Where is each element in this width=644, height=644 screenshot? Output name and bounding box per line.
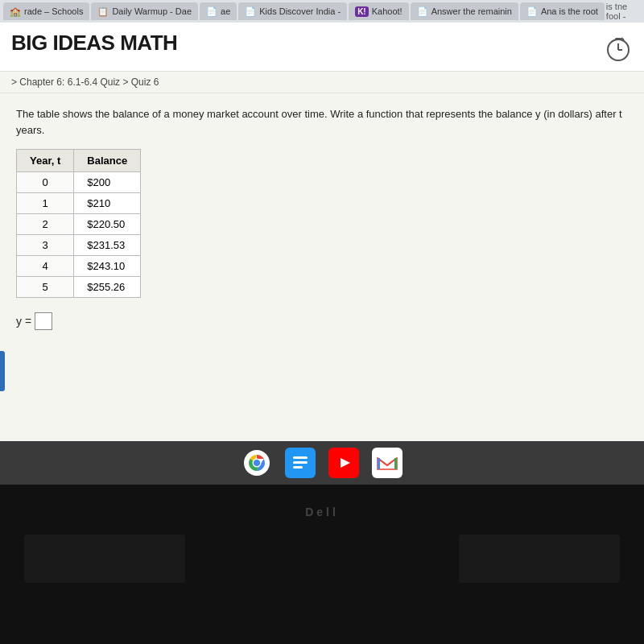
laptop-bezel: Dell (0, 485, 644, 644)
browser-tabs: 🏫 rade – Schools 📋 Daily Warmup - Dae 📄 … (0, 0, 644, 23)
content-area: The table shows the balance of a money m… (0, 93, 644, 343)
col-header-balance: Balance (74, 150, 141, 172)
table-row: 5$255.26 (17, 277, 141, 298)
problem-text: The table shows the balance of a money m… (16, 106, 628, 138)
tab-favicon-ae: 📄 (206, 6, 217, 17)
tab-favicon-schools: 🏫 (10, 6, 21, 17)
table-cell-balance: $255.26 (74, 277, 141, 298)
table-cell-year: 4 (17, 256, 74, 277)
tab-label-schools: rade – Schools (24, 6, 83, 16)
answer-row: y = (16, 312, 628, 330)
tab-kahoot[interactable]: K! Kahoot! (349, 2, 408, 20)
table-cell-year: 1 (17, 193, 74, 214)
table-cell-balance: $200 (74, 172, 141, 193)
table-cell-balance: $243.10 (74, 256, 141, 277)
tab-ana[interactable]: 📄 Ana is the root (520, 2, 605, 20)
tab-label-warmup: Daily Warmup - Dae (112, 6, 192, 16)
table-row: 1$210 (17, 193, 141, 214)
browser-content: BIG IDEAS MATH > Chapter 6: 6.1-6.4 Quiz… (0, 23, 644, 441)
svg-rect-1 (615, 38, 621, 40)
tab-kids-discover[interactable]: 📄 Kids Discover India - (238, 2, 347, 20)
tab-favicon-ana: 📄 (526, 6, 538, 17)
laptop-brand: Dell (305, 506, 339, 518)
tab-ae[interactable]: 📄 ae (200, 2, 237, 20)
laptop-keyboard-area (0, 518, 644, 599)
svg-rect-17 (394, 458, 397, 469)
tab-favicon-warmup: 📋 (97, 6, 109, 17)
table-cell-balance: $210 (74, 193, 141, 214)
taskbar-chrome-icon[interactable] (242, 448, 272, 478)
tab-favicon-kids: 📄 (245, 6, 256, 17)
table-row: 4$243.10 (17, 256, 141, 277)
tab-warmup[interactable]: 📋 Daily Warmup - Dae (91, 2, 198, 20)
tab-favicon-answer: 📄 (417, 6, 428, 17)
section-accent (0, 351, 5, 391)
svg-rect-16 (378, 458, 380, 469)
keyboard-left (24, 535, 185, 583)
keyboard-right (459, 535, 620, 583)
table-cell-year: 2 (17, 214, 74, 235)
tab-label-ana: Ana is the root (541, 6, 598, 16)
bim-header: BIG IDEAS MATH (0, 23, 644, 72)
table-row: 2$220.50 (17, 214, 141, 235)
table-row: 3$231.53 (17, 235, 141, 256)
tab-schools[interactable]: 🏫 rade – Schools (3, 2, 89, 20)
table-cell-year: 5 (17, 277, 74, 298)
svg-rect-12 (293, 466, 303, 469)
tab-favicon-kahoot: K! (355, 6, 369, 17)
answer-input[interactable] (35, 312, 52, 330)
data-table: Year, t Balance 0$2001$2102$220.503$231.… (16, 149, 141, 298)
table-cell-balance: $220.50 (74, 214, 141, 235)
corner-label: is tne fool - (606, 2, 641, 21)
tab-label-kids: Kids Discover India - (259, 6, 341, 16)
tab-label-kahoot: Kahoot! (372, 6, 402, 16)
table-cell-year: 0 (17, 172, 74, 193)
table-row: 0$200 (17, 172, 141, 193)
answer-label: y = (16, 315, 31, 328)
taskbar (0, 441, 644, 485)
col-header-year: Year, t (17, 150, 74, 172)
taskbar-gmail-icon[interactable] (372, 448, 402, 478)
svg-rect-10 (293, 456, 308, 459)
taskbar-youtube-icon[interactable] (328, 448, 359, 478)
table-cell-year: 3 (17, 235, 74, 256)
site-title: BIG IDEAS MATH (11, 31, 177, 56)
tab-label-ae: ae (221, 6, 230, 16)
tab-label-answer: Answer the remainin (431, 6, 512, 16)
table-cell-balance: $231.53 (74, 235, 141, 256)
breadcrumb: > Chapter 6: 6.1-6.4 Quiz > Quiz 6 (0, 72, 644, 93)
svg-point-8 (254, 460, 260, 466)
tab-answer[interactable]: 📄 Answer the remainin (411, 2, 518, 20)
svg-rect-11 (293, 461, 308, 464)
timer-icon (604, 34, 633, 66)
taskbar-files-icon[interactable] (285, 448, 316, 478)
